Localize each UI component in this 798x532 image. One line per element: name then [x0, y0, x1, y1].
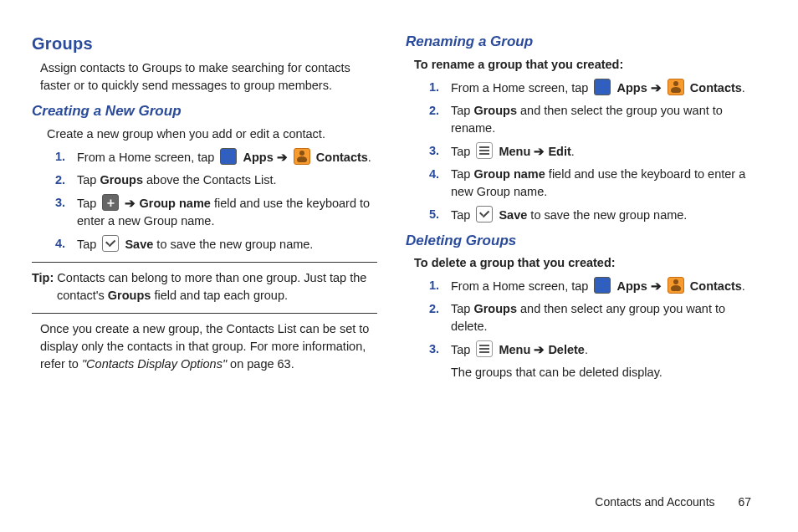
renaming-steps: From a Home screen, tap Apps ➔ Contacts.…	[429, 79, 751, 224]
right-column: Renaming a Group To rename a group that …	[406, 32, 751, 387]
step-1: From a Home screen, tap Apps ➔ Contacts.	[55, 148, 377, 166]
save-label: Save	[125, 238, 153, 251]
contacts-label: Contacts	[690, 279, 742, 293]
group-name-label: Group name	[473, 167, 545, 181]
contacts-label: Contacts	[316, 151, 368, 164]
step-text: Tap	[451, 208, 473, 222]
page-columns: Groups Assign contacts to Groups to make…	[32, 32, 751, 387]
step-text: Tap	[451, 343, 473, 356]
groups-label: Groups	[100, 173, 143, 187]
step-text: Tap	[77, 197, 100, 210]
footer-section: Contacts and Accounts	[595, 495, 714, 509]
apps-label: Apps	[243, 151, 273, 164]
arrow-icon: ➔	[534, 145, 545, 158]
step-text: Tap	[451, 145, 473, 158]
save-label: Save	[499, 208, 527, 222]
step-text: From a Home screen, tap	[451, 279, 591, 293]
contacts-label: Contacts	[690, 81, 742, 95]
heading-deleting: Deleting Groups	[406, 231, 751, 252]
step-text: to save the new group name.	[153, 238, 313, 251]
left-column: Groups Assign contacts to Groups to make…	[32, 32, 377, 387]
group-name-label: Group name	[139, 197, 210, 210]
tip-block: Tip: Contacts can belong to more than on…	[32, 269, 377, 304]
tip-groups: Groups	[108, 289, 151, 302]
menu-icon	[476, 340, 493, 357]
deleting-lead: To delete a group that you created:	[414, 254, 751, 272]
plus-icon	[102, 194, 119, 211]
menu-label: Menu	[499, 343, 530, 356]
delete-label: Delete	[548, 343, 585, 356]
edit-label: Edit	[548, 145, 570, 158]
contacts-icon	[668, 277, 684, 294]
cross-ref: "Contacts Display Options"	[82, 357, 227, 371]
step-text: Tap	[77, 238, 100, 251]
rule-bottom	[32, 313, 377, 314]
step-text: Tap	[451, 104, 473, 117]
step-1: From a Home screen, tap Apps ➔ Contacts.	[429, 277, 751, 295]
apps-label: Apps	[616, 81, 647, 95]
arrow-icon: ➔	[651, 279, 662, 293]
step-3: Tap ➔ Group name field and use the keybo…	[55, 194, 377, 230]
step-2: Tap Groups and then select the group you…	[429, 102, 751, 137]
contacts-icon	[294, 148, 310, 165]
creating-steps: From a Home screen, tap Apps ➔ Contacts.…	[55, 148, 377, 253]
creating-desc: Create a new group when you add or edit …	[47, 125, 377, 143]
step-text: field and use the keyboard to enter a ne…	[77, 197, 370, 228]
step-1: From a Home screen, tap Apps ➔ Contacts.	[429, 79, 751, 97]
tip-label: Tip:	[32, 271, 54, 284]
check-icon	[102, 235, 119, 252]
page-footer: Contacts and Accounts 67	[595, 494, 751, 510]
apps-label: Apps	[616, 279, 647, 293]
step-4: Tap Save to save the new group name.	[55, 235, 377, 253]
apps-icon	[220, 148, 237, 165]
menu-icon	[476, 142, 493, 159]
step-text: From a Home screen, tap	[77, 151, 217, 164]
rule-top	[32, 262, 377, 263]
step-text: Tap	[451, 167, 473, 181]
intro-text: Assign contacts to Groups to make search…	[40, 59, 377, 95]
step-text: Tap	[451, 302, 473, 315]
step-tail: The groups that can be deleted display.	[451, 364, 751, 381]
page-number: 67	[738, 495, 751, 509]
after-tip-para: Once you create a new group, the Contact…	[40, 320, 377, 373]
para-text: on page 63.	[227, 357, 294, 371]
step-3: Tap Menu ➔ Edit.	[429, 142, 751, 161]
arrow-icon: ➔	[125, 197, 136, 210]
step-5: Tap Save to save the new group name.	[429, 206, 751, 224]
heading-groups: Groups	[32, 32, 377, 56]
period: .	[742, 81, 745, 95]
groups-label: Groups	[473, 104, 517, 117]
step-2: Tap Groups and then select any group you…	[429, 300, 751, 335]
arrow-icon: ➔	[534, 343, 545, 356]
apps-icon	[594, 79, 611, 95]
step-4: Tap Group name field and use the keyboar…	[429, 166, 751, 201]
arrow-icon: ➔	[277, 151, 288, 164]
deleting-steps: From a Home screen, tap Apps ➔ Contacts.…	[429, 277, 751, 381]
period: .	[368, 151, 371, 164]
menu-label: Menu	[499, 145, 530, 158]
period: .	[742, 279, 745, 293]
contacts-icon	[668, 79, 684, 95]
tip-text: field and tap each group.	[151, 289, 288, 302]
apps-icon	[594, 277, 611, 294]
heading-creating: Creating a New Group	[32, 101, 377, 122]
groups-label: Groups	[473, 302, 517, 315]
step-text: to save the new group name.	[527, 208, 687, 222]
step-2: Tap Groups above the Contacts List.	[55, 171, 377, 189]
renaming-lead: To rename a group that you created:	[414, 56, 751, 74]
heading-renaming: Renaming a Group	[406, 32, 751, 53]
step-3: Tap Menu ➔ Delete. The groups that can b…	[429, 340, 751, 381]
period: .	[585, 343, 588, 356]
step-text: above the Contacts List.	[143, 173, 277, 187]
step-text: Tap	[77, 173, 100, 187]
check-icon	[476, 206, 493, 223]
arrow-icon: ➔	[651, 81, 662, 95]
step-text: From a Home screen, tap	[451, 81, 591, 95]
period: .	[571, 145, 575, 158]
